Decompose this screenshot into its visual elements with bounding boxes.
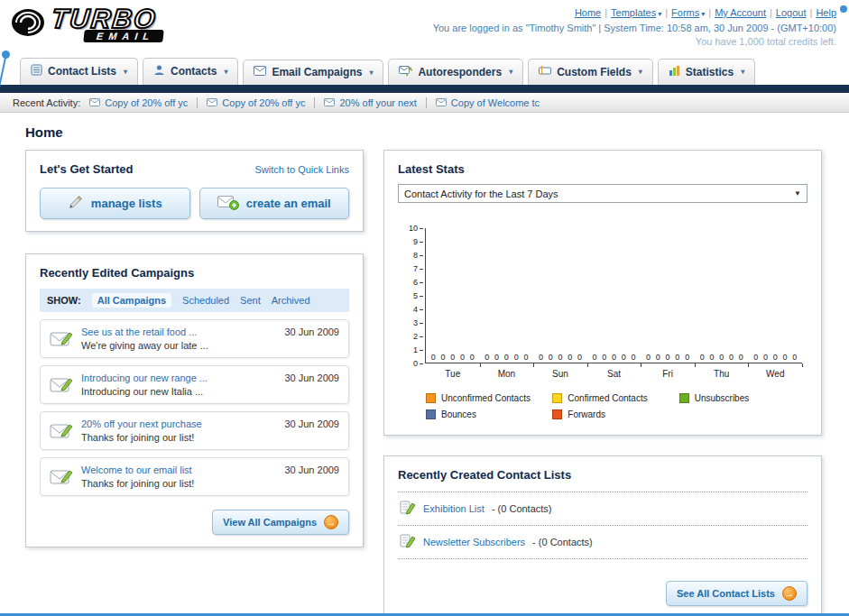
legend-item: Unconfirmed Contacts — [426, 393, 549, 403]
contact-list-name-link[interactable]: Exhibition List — [423, 503, 484, 514]
recent-activity-item[interactable]: Copy of 20% off yc — [207, 97, 315, 108]
top-link-forms[interactable]: Forms▾ — [671, 7, 705, 18]
list-pencil-icon — [400, 500, 416, 518]
chart-value-label: 0 — [646, 353, 651, 362]
see-all-contact-lists-button[interactable]: See All Contact Lists → — [666, 581, 807, 606]
legend-item: Forwards — [552, 409, 675, 419]
chart-x-label: Wed — [748, 363, 802, 379]
activity-period-select[interactable]: Contact Activity for the Last 7 Days ▼ — [398, 184, 807, 203]
top-link-help[interactable]: Help — [816, 7, 836, 18]
left-column: Let's Get Started Switch to Quick Links … — [25, 150, 364, 547]
chart-value-label: 0 — [441, 353, 446, 362]
nav-tab-custom-fields[interactable]: Custom Fields ▾ — [528, 59, 653, 85]
recent-activity-item[interactable]: Copy of Welcome tc — [436, 97, 549, 108]
chart-y-tick: 4 — [403, 305, 423, 314]
recent-activity-item-label: Copy of 20% off yc — [222, 97, 305, 108]
legend-item: Bounces — [426, 409, 549, 419]
show-label: SHOW: — [47, 295, 81, 306]
manage-lists-button[interactable]: manage lists — [40, 188, 190, 219]
campaign-subtitle: We're giving away our late ... — [81, 340, 276, 351]
contact-list-items: Exhibition List - (0 Contacts) Newslette… — [398, 492, 807, 559]
campaign-item: Welcome to our email list Thanks for joi… — [40, 457, 349, 496]
recent-activity-item[interactable]: 20% off your next — [324, 97, 426, 108]
chart-value-label: 0 — [523, 353, 528, 362]
nav-tab-autoresponders[interactable]: Autoresponders ▾ — [388, 59, 523, 85]
create-an-email-button[interactable]: create an email — [199, 188, 350, 219]
campaign-title-link[interactable]: 20% off your next purchase — [81, 418, 276, 429]
top-link-templates[interactable]: Templates▾ — [611, 7, 661, 18]
chart-value-label: 0 — [783, 353, 788, 362]
nav-tab-label: Email Campaigns — [272, 66, 362, 78]
view-all-campaigns-button[interactable]: View All Campaigns → — [212, 510, 349, 535]
page: TURBO EMAIL Home|Templates▾|Forms▾|My Ac… — [0, 0, 849, 616]
see-all-contact-lists-label: See All Contact Lists — [677, 588, 775, 599]
chevron-down-icon: ▾ — [124, 68, 127, 76]
filter-all-campaigns[interactable]: All Campaigns — [92, 293, 171, 308]
top-link-forms-label: Forms — [671, 7, 699, 18]
nav-tab-contact-lists[interactable]: Contact Lists ▾ — [20, 58, 138, 85]
separator: | — [604, 7, 607, 18]
chart-bar-group: 00000 — [695, 228, 749, 363]
campaign-title-link[interactable]: Introducing our new range ... — [81, 372, 276, 383]
get-started-panel: Let's Get Started Switch to Quick Links … — [25, 150, 364, 232]
chart-value-label: 0 — [709, 353, 714, 362]
chart-value-label: 0 — [549, 353, 553, 362]
top-link-logout[interactable]: Logout — [776, 7, 807, 18]
legend-item: Unsubscribes — [679, 393, 802, 403]
logo-text-turbo: TURBO — [50, 5, 164, 32]
chart-value-label: 0 — [504, 353, 509, 362]
legend-item: Confirmed Contacts — [552, 393, 675, 403]
chart-bar-group: 00000 — [587, 228, 641, 363]
legend-label: Bounces — [441, 409, 476, 419]
legend-swatch — [679, 393, 689, 403]
contact-lists-icon — [31, 64, 42, 78]
chart-value-label: 0 — [632, 353, 636, 362]
legend-swatch — [552, 393, 562, 403]
pencil-icon — [68, 194, 84, 213]
chart-x-label: Tue — [426, 363, 480, 379]
nav-tab-label: Contacts — [171, 65, 217, 78]
nav-tab-contacts[interactable]: Contacts ▾ — [143, 58, 238, 85]
header: TURBO EMAIL Home|Templates▾|Forms▾|My Ac… — [0, 0, 849, 56]
page-title: Home — [25, 124, 849, 140]
campaign-item: Introducing our new range ... Introducin… — [40, 365, 349, 404]
filter-scheduled[interactable]: Scheduled — [182, 295, 229, 306]
filter-archived[interactable]: Archived — [272, 295, 310, 306]
chart-value-label: 0 — [592, 353, 596, 362]
chevron-down-icon: ▾ — [639, 68, 642, 76]
filter-sent[interactable]: Sent — [240, 295, 261, 306]
chart-value-label: 0 — [450, 353, 455, 362]
envelope-icon — [436, 97, 447, 108]
nav-tab-label: Custom Fields — [557, 66, 632, 78]
header-right: Home|Templates▾|Forms▾|My Account|Logout… — [433, 4, 836, 56]
campaign-subtitle: Introducing our new Italia ... — [81, 386, 276, 397]
recent-activity-item[interactable]: Copy of 20% off yc — [89, 97, 198, 108]
chart-y-tick: 9 — [403, 237, 423, 246]
login-status: You are logged in as "Timothy Smith" | S… — [433, 23, 836, 33]
legend-swatch — [426, 393, 436, 403]
top-link-my-account[interactable]: My Account — [715, 7, 766, 18]
list-pencil-icon — [400, 533, 416, 551]
campaign-date: 30 Jun 2009 — [284, 464, 339, 475]
chart-value-label: 0 — [470, 353, 475, 362]
nav-tab-email-campaigns[interactable]: Email Campaigns ▾ — [243, 60, 383, 85]
chart-x-label: Fri — [641, 363, 695, 379]
chart-value-label: 0 — [675, 353, 679, 362]
latest-stats-panel: Latest Stats Contact Activity for the La… — [383, 150, 822, 436]
contact-activity-chart: 012345678910 000000000000000000000000000… — [403, 228, 802, 419]
campaign-text: Introducing our new range ... Introducin… — [81, 372, 276, 397]
contact-list-name-link[interactable]: Newsletter Subscribers — [423, 537, 525, 547]
chart-value-label: 0 — [753, 353, 758, 362]
switch-to-quick-links-link[interactable]: Switch to Quick Links — [254, 164, 349, 175]
nav-tab-statistics[interactable]: Statistics ▾ — [658, 59, 755, 85]
activity-period-value: Contact Activity for the Last 7 Days — [404, 188, 558, 199]
campaign-item: See us at the retail food ... We're givi… — [40, 319, 349, 358]
chart-bar-group: 00000 — [426, 228, 480, 363]
campaign-title-link[interactable]: Welcome to our email list — [81, 464, 276, 475]
campaign-title-link[interactable]: See us at the retail food ... — [81, 326, 276, 337]
top-link-home[interactable]: Home — [575, 7, 601, 18]
chart-bar-group: 00000 — [641, 228, 695, 363]
chart-x-label: Sun — [533, 363, 587, 379]
campaign-text: See us at the retail food ... We're givi… — [81, 326, 276, 351]
logo-text-email: EMAIL — [83, 30, 164, 42]
